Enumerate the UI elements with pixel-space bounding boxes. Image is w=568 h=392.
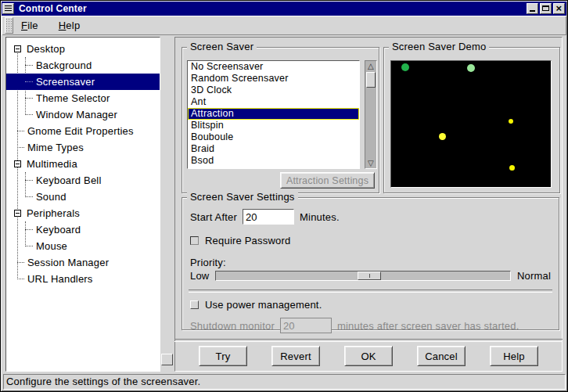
tree-item-multimedia[interactable]: Multimedia [6,156,160,172]
tree-branch-line [25,114,33,115]
tree-item-mime-types[interactable]: Mime Types [6,139,160,156]
priority-slider-thumb[interactable] [358,272,381,280]
scrollbar-thumb[interactable] [366,72,376,88]
cancel-button[interactable]: Cancel [417,346,466,366]
tree-item-label: Background [36,59,92,71]
list-scrollbar[interactable]: △ ▽ [365,60,377,169]
scroll-up-icon[interactable]: △ [365,61,376,71]
tree-item-label: Multimedia [27,158,77,170]
window-menu-icon[interactable] [2,3,14,14]
ok-button[interactable]: OK [344,346,393,366]
demo-dot [509,165,515,171]
tree-item-sound[interactable]: Sound [6,189,160,205]
screensaver-list-item[interactable]: Ant [188,96,359,108]
tree-item-label: Mime Types [27,142,84,153]
tree-branch-line [25,81,33,82]
tree-item-label: Keyboard Bell [36,174,102,186]
tree-item-session-manager[interactable]: Session Manager [6,254,160,271]
screensaver-list-item[interactable]: Bouboule [188,131,359,143]
tree-item-theme-selector[interactable]: Theme Selector [6,90,160,106]
menu-file[interactable]: File [18,17,48,34]
tree-branch-line [25,65,33,66]
pane-resize-handle[interactable] [161,354,173,365]
minutes-label: Minutes. [300,211,340,223]
tree-item-url-handlers[interactable]: URL Handlers [6,271,160,287]
tree-item-keyboard[interactable]: Keyboard [6,221,160,238]
screensaver-list-item[interactable]: Braid [188,143,359,155]
tree-item-window-manager[interactable]: Window Manager [6,106,160,123]
close-button[interactable] [553,3,565,14]
collapse-icon[interactable] [14,45,21,52]
tree-item-label: URL Handlers [27,273,93,285]
tree-item-label: Peripherals [27,207,80,219]
tree-branch-line [25,180,33,181]
tree-item-peripherals[interactable]: Peripherals [6,205,160,221]
control-center-window: Control Center File Help Desktop Backgro… [0,0,568,392]
tree-branch-line [25,246,33,246]
shutdown-minutes-input[interactable] [280,318,332,333]
priority-slider-track[interactable] [215,271,510,281]
menubar: File Help [2,16,566,35]
demo-frame-title: Screen Saver Demo [389,41,489,52]
tree-item-label: Sound [36,191,67,203]
screensaver-list-item[interactable]: Random Screensaver [188,73,359,85]
demo-dot [439,133,446,140]
maximize-button[interactable] [540,3,552,14]
titlebar[interactable]: Control Center [2,2,566,16]
require-password-label: Require Password [205,235,290,246]
require-password-checkbox[interactable] [190,236,199,245]
tree-item-keyboard-bell[interactable]: Keyboard Bell [6,172,160,189]
tree-item-desktop[interactable]: Desktop [6,41,160,57]
menubar-grip-handle[interactable] [5,17,13,34]
screensaver-list-item-selected[interactable]: Attraction [188,108,359,120]
category-tree: Desktop Background Screensaver Theme Sel… [5,37,160,372]
demo-frame: Screen Saver Demo [383,47,560,193]
screensaver-list-item[interactable]: No Screensaver [188,61,359,73]
tree-item-gnome-edit-properties[interactable]: Gnome Edit Properties [6,123,160,139]
power-management-checkbox[interactable] [190,300,199,309]
screensaver-frame-title: Screen Saver [187,41,257,52]
start-after-label: Start After [190,211,237,223]
tree-item-background[interactable]: Background [6,57,160,74]
minimize-button[interactable] [527,3,538,14]
tree-item-label: Desktop [27,43,65,55]
help-button[interactable]: Help [490,346,538,366]
settings-frame: Screen Saver Settings Start After Minute… [182,197,559,330]
scroll-down-icon[interactable]: ▽ [365,158,376,168]
menu-help[interactable]: Help [56,17,90,34]
screensaver-panel: Screen Saver No Screensaver Random Scree… [174,37,563,372]
priority-low-label: Low [190,270,209,282]
tree-branch-line [17,262,24,263]
tree-item-mouse[interactable]: Mouse [6,238,160,254]
tree-branch-line [25,229,33,230]
attraction-settings-button[interactable]: Attraction Settings [280,172,375,189]
try-button[interactable]: Try [199,346,247,366]
collapse-icon[interactable] [14,210,21,217]
screensaver-list-item[interactable]: Bsod [188,155,359,167]
shutdown-monitor-label: Shutdown monitor [190,320,275,332]
screensaver-list-item[interactable]: Blitspin [188,120,359,131]
tree-branch-line [17,279,24,279]
demo-dot [467,64,475,72]
tree-item-label: Window Manager [36,109,117,120]
tree-branch-line [17,147,24,148]
tree-item-label: Mouse [36,240,67,252]
window-title: Control Center [15,3,527,14]
collapse-icon[interactable] [14,160,21,167]
demo-dot [401,63,409,71]
screensaver-frame: Screen Saver No Screensaver Random Scree… [182,47,379,193]
settings-frame-title: Screen Saver Settings [187,192,298,203]
screensaver-list-item[interactable]: 3D Clock [188,85,359,96]
tree-item-label: Screensaver [36,76,95,88]
tree-branch-line [25,98,33,99]
priority-normal-label: Normal [517,270,551,282]
tree-item-label: Session Manager [27,257,109,268]
tree-item-label: Gnome Edit Properties [27,125,134,137]
demo-canvas [390,60,552,188]
action-button-row: Try Revert OK Cancel Help [174,345,563,367]
settings-separator [189,290,552,293]
tree-item-label: Theme Selector [36,92,110,104]
tree-item-screensaver[interactable]: Screensaver [6,74,160,90]
revert-button[interactable]: Revert [271,346,320,366]
start-after-input[interactable] [243,209,294,225]
